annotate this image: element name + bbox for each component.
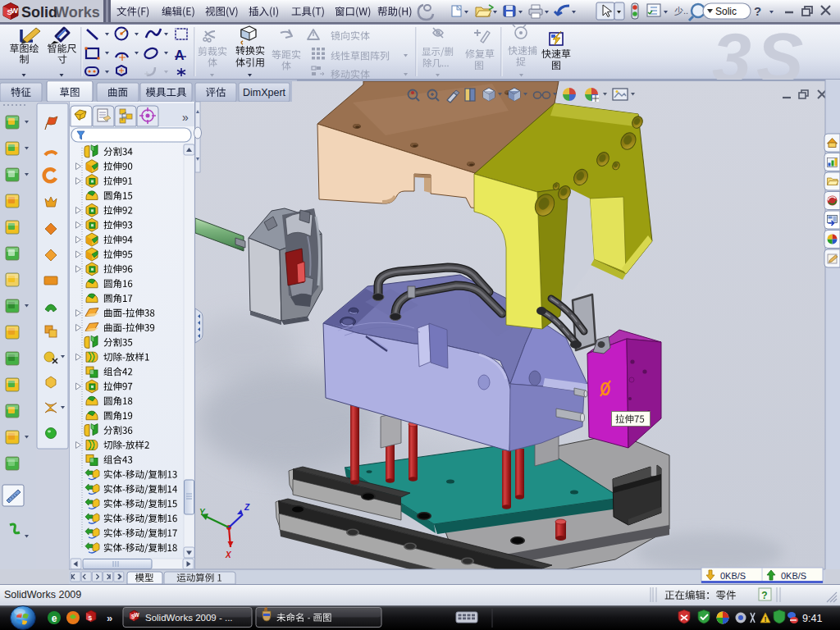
svg-text:A: A: [175, 48, 185, 62]
svg-text:0KB/S: 0KB/S: [781, 571, 806, 581]
svg-text:Solic: Solic: [715, 6, 737, 17]
svg-text:SolidWorks 2009: SolidWorks 2009: [4, 589, 81, 600]
svg-text:!: !: [765, 615, 767, 623]
svg-text:9:41: 9:41: [802, 613, 822, 624]
svg-text:DimXpert: DimXpert: [243, 87, 286, 98]
svg-text:SolidWorks 2009 - ...: SolidWorks 2009 - ...: [145, 613, 233, 623]
svg-text:少..: 少..: [674, 6, 688, 16]
svg-text:W: W: [135, 612, 140, 618]
svg-text:»: »: [182, 111, 189, 124]
svg-text:W: W: [11, 6, 18, 15]
svg-text:Z: Z: [244, 503, 250, 512]
svg-text:?: ?: [754, 4, 761, 18]
svg-text:X: X: [225, 550, 232, 559]
svg-text:S: S: [89, 615, 93, 621]
svg-text:»: »: [107, 612, 112, 624]
svg-text:?: ?: [761, 590, 767, 601]
svg-text:Solid: Solid: [21, 4, 57, 21]
svg-text:e: e: [52, 613, 57, 624]
svg-text:0KB/S: 0KB/S: [720, 571, 746, 581]
svg-text:Works: Works: [55, 4, 100, 21]
